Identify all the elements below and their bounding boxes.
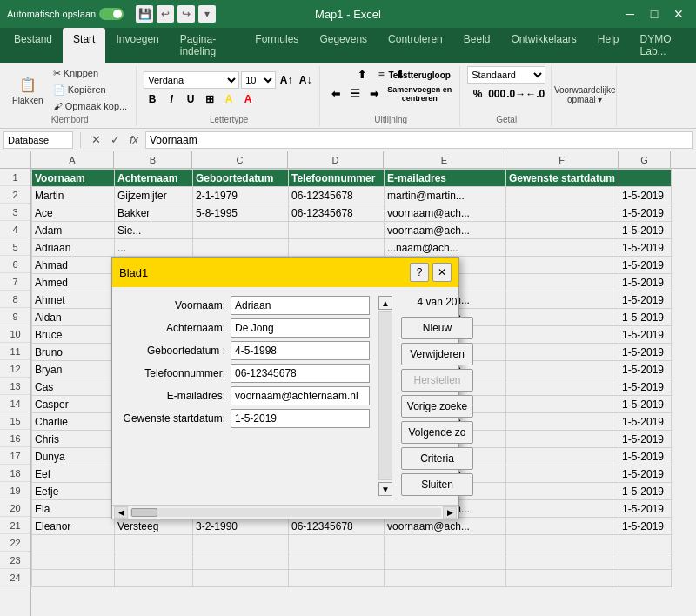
comma-button[interactable]: 000	[488, 85, 505, 103]
tab-beeld[interactable]: Beeld	[453, 28, 501, 63]
cell-r3-c7[interactable]: 1-5-2019	[619, 204, 672, 222]
confirm-formula-icon[interactable]: ✓	[107, 133, 123, 146]
cell-r12-c6[interactable]	[506, 361, 619, 378]
font-shrink-button[interactable]: A↓	[297, 71, 314, 89]
cell-r24-c6[interactable]	[506, 570, 619, 587]
cell-r22-c6[interactable]	[506, 535, 619, 552]
undo-icon[interactable]: ↩	[157, 5, 174, 23]
knippen-button[interactable]: ✂ Knippen	[50, 66, 131, 81]
scroll-down-arrow[interactable]: ▼	[378, 482, 392, 496]
tab-pagina[interactable]: Pagina-indeling	[170, 28, 245, 63]
cell-r5-c5[interactable]: ...naam@ach...	[385, 239, 506, 257]
cell-r12-c7[interactable]: 1-5-2019	[619, 361, 672, 378]
plakken-button[interactable]: 📋 Plakken	[9, 73, 47, 107]
align-top-button[interactable]: ⬆	[353, 66, 371, 84]
row-num-21[interactable]: 21	[0, 517, 30, 534]
font-size-select[interactable]: 10	[241, 71, 276, 89]
merge-button[interactable]: Samenvoegen en centreren	[385, 85, 454, 103]
cell-r16-c1[interactable]: Chris	[32, 431, 115, 448]
cell-r3-c6[interactable]	[506, 204, 619, 222]
font-grow-button[interactable]: A↑	[278, 71, 295, 89]
dialog-field-input-2[interactable]	[231, 341, 370, 360]
border-button[interactable]: ⊞	[201, 90, 218, 108]
col-header-a[interactable]: A	[31, 151, 114, 168]
cell-r16-c7[interactable]: 1-5-2019	[619, 431, 672, 448]
cell-r7-c1[interactable]: Ahmed	[32, 274, 115, 291]
cell-r18-c7[interactable]: 1-5-2019	[619, 465, 672, 483]
cell-r17-c1[interactable]: Dunya	[32, 448, 115, 465]
cell-r1-c2[interactable]: Achternaam	[115, 170, 193, 187]
cell-r6-c6[interactable]	[506, 257, 619, 274]
cell-r5-c4[interactable]	[289, 239, 385, 257]
row-num-13[interactable]: 13	[0, 378, 30, 395]
italic-button[interactable]: I	[163, 90, 180, 108]
fx-icon[interactable]: fx	[126, 133, 142, 146]
cell-r10-c7[interactable]: 1-5-2019	[619, 326, 672, 344]
cell-r7-c7[interactable]: 1-5-2019	[619, 274, 672, 291]
cell-r2-c7[interactable]: 1-5-2019	[619, 187, 672, 204]
row-num-23[interactable]: 23	[0, 552, 30, 569]
row-num-9[interactable]: 9	[0, 308, 30, 325]
dialog-field-input-1[interactable]	[231, 318, 370, 338]
cell-r22-c5[interactable]	[385, 535, 506, 552]
row-num-7[interactable]: 7	[0, 273, 30, 291]
cell-r24-c1[interactable]	[32, 570, 115, 587]
cell-r21-c3[interactable]: 3-2-1990	[193, 518, 289, 535]
cell-r13-c6[interactable]	[506, 378, 619, 396]
row-num-11[interactable]: 11	[0, 343, 30, 360]
cell-r1-c5[interactable]: E-mailadres	[385, 170, 506, 187]
cell-r1-c6[interactable]: Gewenste startdatum	[506, 170, 619, 187]
cell-r8-c7[interactable]: 1-5-2019	[619, 291, 672, 309]
formula-input[interactable]	[145, 131, 693, 149]
fill-color-button[interactable]: A	[220, 90, 238, 108]
cell-r1-c1[interactable]: Voornaam	[32, 170, 115, 187]
cell-r23-c3[interactable]	[193, 552, 289, 570]
cell-r15-c1[interactable]: Charlie	[32, 413, 115, 431]
cell-r15-c6[interactable]	[506, 413, 619, 431]
cell-r22-c4[interactable]	[289, 535, 385, 552]
cell-r23-c1[interactable]	[32, 552, 115, 570]
cell-r17-c6[interactable]	[506, 448, 619, 465]
tab-dymo[interactable]: DYMO Lab...	[630, 28, 696, 63]
cell-r20-c6[interactable]	[506, 500, 619, 518]
cell-r10-c1[interactable]: Bruce	[32, 326, 115, 344]
font-name-select[interactable]: Verdana	[144, 71, 239, 89]
cell-r9-c6[interactable]	[506, 309, 619, 326]
tab-invoegen[interactable]: Invoegen	[105, 28, 169, 63]
cell-r14-c6[interactable]	[506, 396, 619, 413]
cell-r2-c3[interactable]: 2-1-1979	[193, 187, 289, 204]
close-button[interactable]: ✕	[668, 3, 689, 24]
align-center-button[interactable]: ☰	[346, 85, 364, 103]
row-num-12[interactable]: 12	[0, 360, 30, 378]
row-num-24[interactable]: 24	[0, 569, 30, 586]
tab-help[interactable]: Help	[587, 28, 630, 63]
cell-r17-c7[interactable]: 1-5-2019	[619, 448, 672, 465]
cell-r21-c2[interactable]: Versteeg	[115, 518, 193, 535]
cell-r1-c3[interactable]: Geboortedatum	[193, 170, 289, 187]
cell-r22-c7[interactable]	[619, 535, 672, 552]
scroll-h-right[interactable]: ▶	[443, 506, 457, 519]
cell-r5-c7[interactable]: 1-5-2019	[619, 239, 672, 257]
criteria-button[interactable]: Criteria	[401, 447, 473, 470]
cell-r21-c7[interactable]: 1-5-2019	[619, 518, 672, 535]
cell-r21-c6[interactable]	[506, 518, 619, 535]
cell-r14-c1[interactable]: Casper	[32, 396, 115, 413]
minimize-button[interactable]: ─	[619, 3, 640, 24]
align-left-button[interactable]: ⬅	[327, 85, 345, 103]
cell-r2-c1[interactable]: Martin	[32, 187, 115, 204]
vorige-zoeke-button[interactable]: Vorige zoeke	[401, 395, 473, 418]
name-box[interactable]	[3, 131, 73, 149]
cell-r3-c3[interactable]: 5-8-1995	[193, 204, 289, 222]
cell-r11-c1[interactable]: Bruno	[32, 344, 115, 361]
nieuw-button[interactable]: Nieuw	[401, 317, 473, 339]
cell-r18-c6[interactable]	[506, 465, 619, 483]
save-icon[interactable]: 💾	[136, 5, 153, 23]
cell-r23-c4[interactable]	[289, 552, 385, 570]
cell-r4-c3[interactable]	[193, 222, 289, 239]
tab-controleren[interactable]: Controleren	[378, 28, 453, 63]
align-right-button[interactable]: ➡	[365, 85, 383, 103]
cell-r3-c2[interactable]: Bakker	[115, 204, 193, 222]
cell-r8-c1[interactable]: Ahmet	[32, 291, 115, 309]
row-num-17[interactable]: 17	[0, 447, 30, 465]
align-mid-button[interactable]: ≡	[372, 66, 390, 84]
